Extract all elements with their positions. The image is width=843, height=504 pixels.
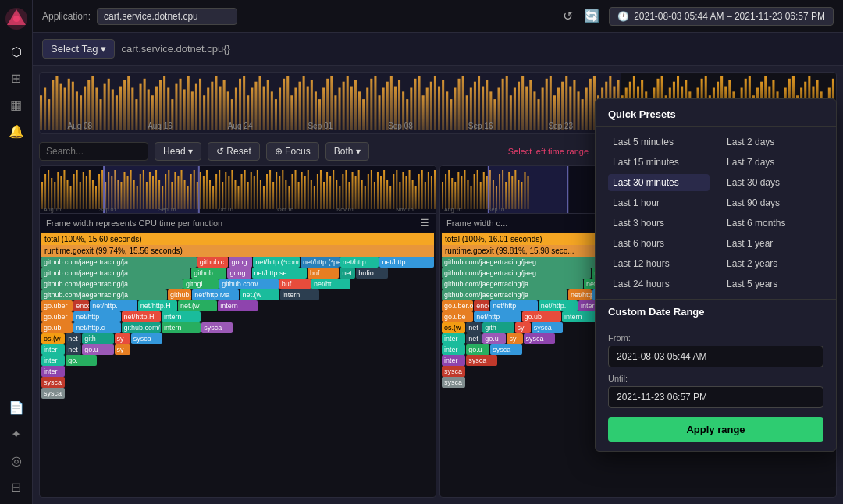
flame-block[interactable]: net/http.H [138,300,177,311]
preset-last-5-min[interactable]: Last 5 minutes [608,133,710,151]
sidebar-item-settings[interactable]: ⊟ [5,476,27,498]
sidebar-item-github[interactable]: ◎ [5,449,27,471]
flame-block[interactable]: go.uber [41,300,73,311]
sidebar-item-grid[interactable]: ⊞ [5,67,27,89]
flame-block[interactable]: github.com/ [168,289,191,300]
sidebar-item-slack[interactable]: ✦ [5,423,27,445]
flame-block[interactable]: net [66,333,81,344]
flame-block[interactable]: github.com/jaegertracing/jaeg [442,268,591,279]
flame-block[interactable]: buf [308,268,339,279]
flame-block[interactable]: sysca [466,355,497,366]
flame-block[interactable]: sysca [532,322,563,333]
left-panel-timeline[interactable]: Aug 16 Sep 01 Sep 16 Oct 01 Oct 16 Nov 0… [40,166,436,213]
flame-block[interactable]: github.com/jaegertracing/jaeg [442,257,599,268]
flame-block[interactable]: go.u [466,344,489,355]
left-panel-menu[interactable]: ☰ [420,217,429,229]
flame-block[interactable]: net/http.H [122,311,161,322]
preset-last-1-year[interactable]: Last 1 year [722,235,823,252]
sidebar-item-file[interactable]: 📄 [5,396,27,418]
preset-last-5-years[interactable]: Last 5 years [722,275,823,293]
flame-block[interactable]: github.com/jaegertracing/ja [442,289,567,300]
flame-block[interactable]: net/http. [568,289,592,300]
both-button[interactable]: Both ▾ [325,142,369,161]
reset-button[interactable]: ↺ [561,7,574,25]
reset-zoom-button[interactable]: ↺ Reset [208,142,260,161]
head-button[interactable]: Head ▾ [155,142,201,161]
flame-block[interactable]: github. [191,268,226,279]
flame-block[interactable]: gith [482,322,514,333]
flame-block[interactable]: net/http. [379,257,434,268]
preset-last-15-min[interactable]: Last 15 minutes [608,154,710,171]
flame-block[interactable]: sysca [201,322,233,333]
flame-block[interactable]: bufio. [356,268,387,279]
flame-block[interactable]: inter [442,333,465,344]
flame-block[interactable]: inter [442,344,465,355]
flame-block[interactable]: intern [162,311,201,322]
flame-block[interactable]: sysca [490,344,521,355]
flame-block[interactable]: net/http [474,311,521,322]
flame-block[interactable]: sysca [131,333,162,344]
flame-block[interactable]: go.ub [41,322,73,333]
sidebar-item-bell[interactable]: 🔔 [5,120,27,142]
preset-last-3-hours[interactable]: Last 3 hours [608,215,710,232]
flame-block[interactable]: net/http.(*pe [301,257,340,268]
flame-block[interactable]: sysca [442,366,465,377]
flame-block[interactable]: net [340,268,355,279]
flame-block[interactable]: inter [41,366,65,377]
flame-block[interactable]: github.com/ [219,279,278,289]
sidebar-item-home[interactable]: ⬡ [5,41,27,62]
flame-block[interactable]: net/http. [539,300,578,311]
flame-block[interactable]: go.u [482,333,506,344]
preset-last-2-years[interactable]: Last 2 years [722,255,823,272]
flame-block[interactable]: net/http.se [252,268,307,279]
flame-block[interactable]: net/http. [340,257,379,268]
flame-block[interactable]: inter [41,344,65,355]
preset-last-6-hours[interactable]: Last 6 hours [608,235,710,252]
application-select[interactable]: cart.service.dotnet.cpu [97,8,237,25]
preset-last-7-days[interactable]: Last 7 days [722,154,823,171]
flame-block[interactable]: encod [73,300,89,311]
flame-block[interactable]: inter [41,355,65,366]
flame-block[interactable]: net [66,344,81,355]
flame-block[interactable]: go. [66,355,97,366]
flame-block[interactable]: net/http [490,300,537,311]
preset-last-6-months[interactable]: Last 6 months [722,215,823,232]
flame-block[interactable]: sy [115,344,130,355]
flame-block[interactable]: os.(w [442,322,465,333]
flame-block[interactable]: github.com/jaegertracing/ja [41,289,167,300]
preset-last-2-days[interactable]: Last 2 days [722,133,823,151]
flame-block[interactable]: net.(w [178,300,217,311]
preset-last-1-hour[interactable]: Last 1 hour [608,194,710,211]
flame-block[interactable]: github.com/ [122,322,161,333]
search-input[interactable] [39,142,148,161]
flame-block[interactable]: os.(w [41,333,65,344]
flame-block[interactable]: github.c [197,257,229,268]
flame-block[interactable]: net/http.Ma [192,289,239,300]
focus-button[interactable]: ⊕ Focus [266,142,319,161]
flame-block[interactable]: sysca [524,333,555,344]
flame-block[interactable]: net/http. [90,300,137,311]
flame-block[interactable]: go.uber.o [442,300,473,311]
flame-block[interactable]: sysca [442,377,465,388]
preset-last-30-days[interactable]: Last 30 days [722,174,823,191]
flame-block[interactable]: net [466,322,482,333]
flame-block[interactable]: gith [82,333,113,344]
flame-block[interactable]: goog [227,268,251,279]
flame-block[interactable]: net/ht [311,279,350,289]
flame-block[interactable]: net/http.(*conn [253,257,300,268]
flame-block[interactable]: sysca [41,377,65,388]
sidebar-item-chart[interactable]: ▦ [5,94,27,115]
from-input[interactable] [608,346,823,367]
flame-block[interactable]: go.u [82,344,113,355]
flame-block[interactable]: goog [229,257,252,268]
flame-block[interactable]: github.com/jaegertracing/ja [41,257,197,268]
flame-block[interactable]: sy [507,333,522,344]
flame-block[interactable]: net [466,333,482,344]
flame-block[interactable]: net/http [73,311,120,322]
flame-block[interactable]: go.uber [41,311,73,322]
flame-block[interactable]: githgi [183,279,219,289]
flame-block[interactable]: go.ube [442,311,473,322]
left-panel-flame[interactable]: total (100%, 15.60 seconds) runtime.goex… [40,232,436,497]
date-range-display[interactable]: 🕐 2021-08-03 05:44 AM – 2021-11-23 06:57… [609,7,834,26]
until-input[interactable] [608,386,823,408]
